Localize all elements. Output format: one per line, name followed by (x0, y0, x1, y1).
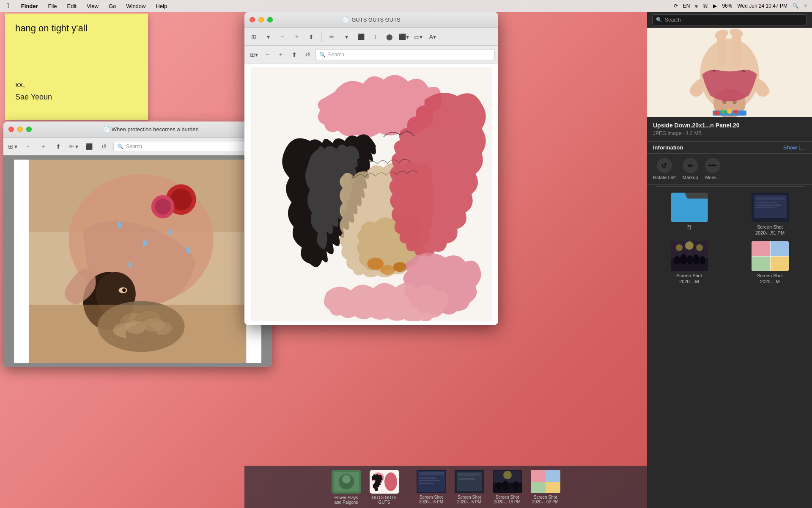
guts-title-center: 📄 GUTS GUTS GUTS (342, 17, 401, 23)
control-center-icon[interactable]: ≡ (804, 3, 807, 9)
guts-t2-zoomin[interactable]: ＋ (275, 49, 287, 61)
guts-border-btn[interactable]: ▭▾ (412, 31, 424, 43)
ss1-dock-svg (417, 470, 446, 493)
guts-zoom-in-btn[interactable]: ＋ (291, 31, 303, 43)
markup-icon-circle: ✏ (683, 158, 698, 173)
guts-t2-zoomout[interactable]: － (261, 49, 273, 61)
guts-canvas (251, 67, 492, 321)
dock-item-ss4[interactable]: Screen Shot2020-...02 PM (531, 470, 560, 504)
guts-share-btn[interactable]: ⬆ (305, 31, 317, 43)
guts-t2-share[interactable]: ⬆ (288, 49, 300, 61)
svg-point-8 (168, 229, 172, 235)
finder-info-row: Information Show L... (647, 142, 812, 154)
folder-item[interactable]: 잠 (671, 193, 708, 236)
rotate-left-btn[interactable]: ↺ Rotate Left (653, 158, 676, 180)
more-btn[interactable]: ••• More... (705, 158, 720, 180)
finder-search-input[interactable]: 🔍 Search (652, 14, 807, 25)
language-icon[interactable]: EN (683, 3, 690, 9)
zoom-out-btn[interactable]: － (22, 141, 34, 152)
guts-search-box[interactable]: 🔍 Search (315, 49, 495, 60)
sidebar-toggle-btn[interactable]: ⊞ ▾ (7, 141, 19, 152)
powerplays-dock-label: Power Playsand Paigons (335, 495, 358, 505)
guts-font-btn[interactable]: A▾ (427, 31, 439, 43)
svg-point-7 (118, 222, 122, 228)
ss4-dock-label: Screen Shot2020-...02 PM (532, 495, 559, 504)
guts-text-btn[interactable]: T (369, 31, 381, 43)
guts-pen-chevron[interactable]: ▾ (340, 31, 352, 43)
share-btn[interactable]: ⬆ (52, 141, 64, 152)
svg-point-59 (676, 244, 683, 251)
guts-dock-preview (370, 470, 399, 494)
edit-menu[interactable]: Edit (66, 3, 78, 9)
wifi-icon[interactable]: ⌘ (703, 3, 708, 9)
dock-ss3-thumb (493, 470, 522, 493)
guts-t2-sidebar[interactable]: ⊞▾ (248, 49, 260, 61)
svg-rect-65 (752, 256, 770, 271)
stamp-btn[interactable]: ⬛ (83, 141, 95, 152)
apple-menu[interactable]:  (5, 2, 11, 10)
dock-ss4-thumb (531, 470, 560, 493)
dock-ss2-thumb (455, 470, 484, 493)
markup-btn[interactable]: ✏ Markup (683, 158, 698, 180)
dock-item-ss1[interactable]: Screen Shot2020-...6 PM (417, 470, 446, 504)
pdf-window-protection: 📄 When protection becomes a burden ⊞ ▾ －… (3, 121, 272, 367)
view-menu[interactable]: View (85, 3, 100, 9)
more-icon-circle: ••• (705, 158, 720, 173)
finder-search-icon: 🔍 (656, 17, 662, 23)
battery-level[interactable]: 96% (722, 3, 732, 9)
guts-artwork-svg (251, 67, 492, 321)
svg-rect-97 (531, 482, 546, 493)
rotate-btn[interactable]: ↺ (98, 141, 110, 152)
dock-item-ss3[interactable]: Screen Shot2020-...16 PM (493, 470, 522, 504)
guts-search-icon: 🔍 (319, 52, 326, 58)
pen-btn[interactable]: ✏ ▾ (68, 141, 80, 152)
guts-highlight-btn[interactable]: ⬤ (384, 31, 395, 43)
dock-ss1-thumb (417, 470, 446, 493)
guts-rect-btn[interactable]: ⬛▾ (398, 31, 410, 43)
sticky-note-signature: xx, Sae Yeoun (15, 79, 52, 103)
guts-stamp-btn[interactable]: ⬛ (355, 31, 367, 43)
guts-titlebar: 📄 GUTS GUTS GUTS (244, 12, 498, 28)
folder-icon (671, 193, 708, 222)
finder-menu[interactable]: Finder (19, 3, 40, 9)
screenshot-51pm-item[interactable]: Screen Shot2020-...51 PM (752, 193, 789, 236)
svg-point-58 (700, 256, 705, 265)
protection-pdf-page (14, 160, 261, 363)
divider-1 (656, 186, 804, 187)
ss3-dock-svg (493, 470, 522, 493)
svg-rect-50 (756, 207, 775, 208)
maximize-button[interactable] (26, 127, 32, 132)
guts-sidebar-btn[interactable]: ⊞ (248, 31, 260, 43)
guts-minimize-btn[interactable] (258, 17, 264, 22)
guts-t2-rotate[interactable]: ↺ (302, 49, 314, 61)
search-icon: 🔍 (117, 144, 123, 149)
file-menu[interactable]: File (47, 3, 59, 9)
guts-pen-btn[interactable]: ✏ (326, 31, 338, 43)
time-machine-icon[interactable]: ⟳ (674, 3, 678, 9)
guts-chevron-btn[interactable]: ▾ (262, 31, 274, 43)
finder-search-placeholder: Search (665, 17, 681, 23)
close-button[interactable] (8, 127, 14, 132)
show-less-link[interactable]: Show L... (783, 144, 806, 151)
minimize-button[interactable] (17, 127, 23, 132)
dock-item-ss2[interactable]: Screen Shot2020-...5 PM (455, 470, 484, 504)
screenshot-colorful-item[interactable]: Screen Shot2020-...M (752, 241, 789, 285)
guts-zoom-out-btn[interactable]: － (277, 31, 288, 43)
spotlight-icon[interactable]: 🔍 (793, 3, 799, 9)
dock-item-powerplays[interactable]: Power Playsand Paigons (332, 470, 361, 505)
svg-rect-79 (419, 478, 436, 479)
go-menu[interactable]: Go (107, 3, 118, 9)
screenshot-concert-item[interactable]: Screen Shot2020-...M (671, 241, 708, 285)
bluetooth-icon[interactable]: ⎈ (695, 3, 698, 9)
guts-close-btn[interactable] (250, 17, 255, 22)
volume-icon[interactable]: ▶ (713, 3, 717, 9)
svg-rect-64 (770, 241, 789, 256)
dock-thumb-powerplays (332, 470, 361, 494)
guts-maximize-btn[interactable] (267, 17, 273, 22)
zoom-in-btn[interactable]: ＋ (37, 141, 49, 152)
dock-item-guts[interactable]: GUTS GUTSGUTS (370, 470, 399, 505)
protection-titlebar: 📄 When protection becomes a burden (3, 121, 272, 138)
svg-point-11 (186, 247, 190, 254)
help-menu[interactable]: Help (154, 3, 169, 9)
window-menu[interactable]: Window (124, 3, 147, 9)
